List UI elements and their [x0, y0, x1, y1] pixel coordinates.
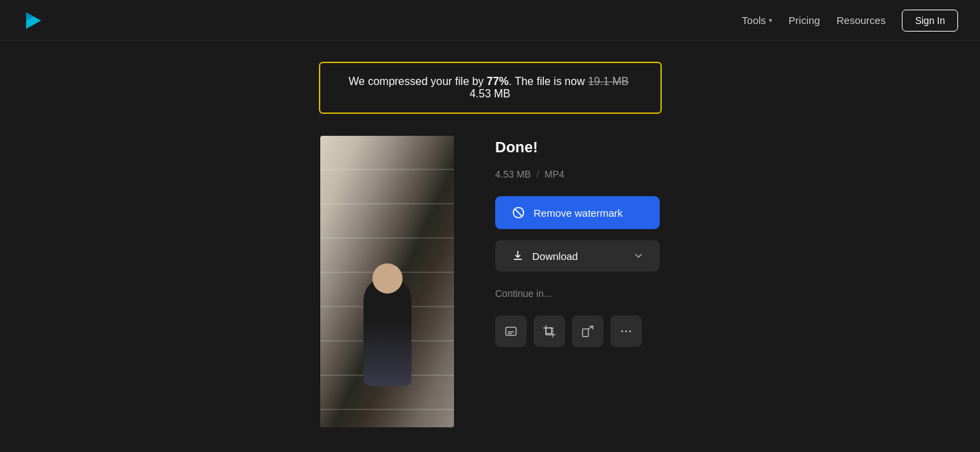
svg-point-9 — [621, 331, 623, 333]
svg-point-11 — [630, 331, 632, 333]
file-size: 4.53 MB — [495, 169, 531, 180]
compression-banner: We compressed your file by 77%. The file… — [319, 62, 662, 114]
chevron-down-icon: ▾ — [769, 16, 772, 24]
banner-text-before: We compressed your file by — [348, 75, 487, 87]
continue-icons-group — [495, 316, 660, 347]
header: Tools ▾ Pricing Resources Sign In — [0, 0, 980, 41]
nav-tools[interactable]: Tools ▾ — [742, 14, 772, 26]
file-type: MP4 — [545, 169, 564, 180]
main-content: We compressed your file by 77%. The file… — [0, 41, 980, 448]
remove-watermark-icon — [512, 206, 525, 219]
download-icon — [512, 250, 524, 262]
remove-watermark-button[interactable]: Remove watermark — [495, 196, 660, 229]
sign-in-button[interactable]: Sign In — [902, 10, 958, 32]
crop-icon — [542, 324, 556, 338]
remove-watermark-label: Remove watermark — [534, 207, 623, 219]
resize-icon — [581, 324, 595, 338]
continue-more-button[interactable] — [610, 316, 642, 347]
svg-rect-7 — [546, 328, 551, 333]
continue-crop-button[interactable] — [534, 316, 565, 347]
download-button[interactable]: Download — [495, 240, 660, 272]
logo-icon — [22, 10, 44, 32]
nav-pricing[interactable]: Pricing — [789, 14, 820, 26]
continue-label: Continue in... — [495, 288, 660, 299]
svg-rect-8 — [583, 329, 588, 337]
download-label: Download — [532, 250, 578, 262]
banner-text-middle: . The file is now — [509, 75, 588, 87]
download-btn-left: Download — [512, 250, 578, 262]
continue-resize-button[interactable] — [572, 316, 603, 347]
more-icon — [619, 324, 633, 338]
banner-original-size: 19.1 MB — [588, 75, 629, 87]
video-thumbnail-inner — [320, 136, 454, 427]
right-panel: Done! 4.53 MB / MP4 Remove watermark — [495, 136, 660, 347]
continue-subtitles-button[interactable] — [495, 316, 527, 347]
dropdown-chevron-icon — [634, 251, 643, 261]
svg-line-3 — [515, 209, 521, 215]
svg-point-10 — [625, 331, 628, 333]
logo-area — [22, 10, 44, 32]
subtitles-icon — [504, 324, 518, 338]
video-thumbnail — [320, 136, 454, 427]
banner-percent: 77% — [487, 75, 509, 87]
svg-rect-4 — [506, 327, 516, 335]
banner-new-size: 4.53 MB — [470, 88, 511, 99]
result-area: Done! 4.53 MB / MP4 Remove watermark — [320, 136, 660, 427]
file-meta: 4.53 MB / MP4 — [495, 169, 660, 180]
header-nav: Tools ▾ Pricing Resources Sign In — [742, 10, 958, 32]
meta-separator: / — [536, 169, 539, 180]
done-title: Done! — [495, 139, 660, 156]
nav-resources[interactable]: Resources — [837, 14, 886, 26]
